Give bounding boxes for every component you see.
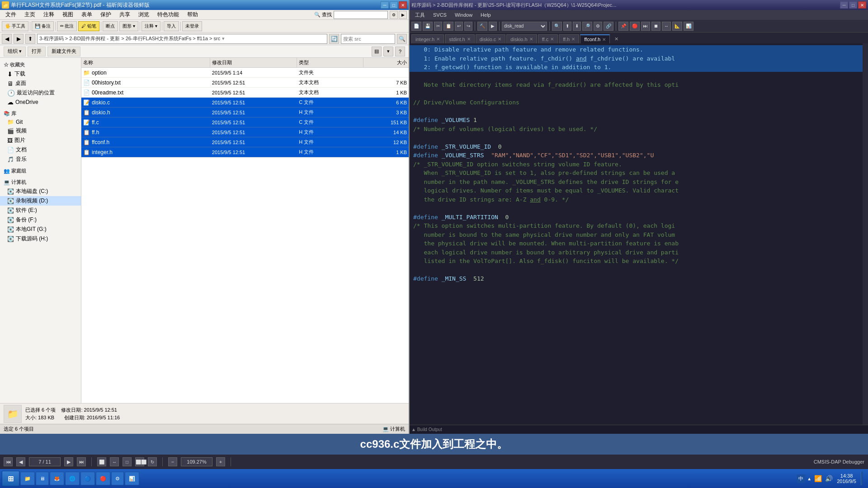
- sidebar-item-desktop[interactable]: 🖥 桌面: [0, 79, 81, 88]
- nav-button[interactable]: ▶: [399, 11, 407, 19]
- tab-close-ff-h[interactable]: ✕: [571, 37, 575, 42]
- view-toggle2-button[interactable]: ▾: [383, 47, 393, 56]
- pdf-fit-page-btn[interactable]: ⬜: [97, 457, 106, 466]
- new-folder-button[interactable]: 新建文件夹: [47, 47, 80, 56]
- sidebar-item-git[interactable]: 📁Git: [0, 118, 81, 126]
- editor-tb-btn13[interactable]: 🔗: [604, 22, 613, 31]
- editor-menu-window[interactable]: Window: [451, 11, 476, 19]
- sidebar-item-e[interactable]: 💽软件 (E:): [0, 206, 81, 215]
- taskbar-item-firefox[interactable]: 🦊: [50, 472, 64, 485]
- sidebar-item-c[interactable]: 💽本地磁盘 (C:): [0, 187, 81, 196]
- notelog-btn[interactable]: 导入: [164, 21, 179, 31]
- pdf-page-input[interactable]: [29, 457, 61, 466]
- sidebar-item-video[interactable]: 🎬视频: [0, 126, 81, 136]
- editor-tb-btn12[interactable]: ⚙: [594, 22, 602, 31]
- tab-close-ffconf-h[interactable]: ✕: [602, 37, 606, 42]
- editor-tb-btn4[interactable]: 📋: [443, 22, 453, 31]
- hand-tool-btn[interactable]: 🖐 手工具: [2, 21, 28, 31]
- taskbar-item-chrome[interactable]: 🌐: [65, 472, 80, 485]
- tray-keyboard-layout[interactable]: 中: [797, 474, 805, 483]
- taskbar-item-6[interactable]: ⚙: [111, 472, 124, 485]
- sidebar-item-onedrive[interactable]: ☁ OneDrive: [0, 98, 81, 107]
- close-button[interactable]: ✕: [399, 1, 407, 9]
- col-header-type[interactable]: 类型: [297, 58, 363, 67]
- code-area[interactable]: 0: Disable relative path feature and rem…: [410, 43, 868, 425]
- pdf-two-page-btn[interactable]: ⬜⬜: [135, 457, 144, 466]
- editor-tb-btn9[interactable]: ⬆: [563, 22, 571, 31]
- taskbar-item-7[interactable]: 📊: [125, 472, 139, 485]
- taskbar-item-5[interactable]: 🔴: [96, 472, 110, 485]
- vertical-scrollbar[interactable]: [863, 43, 868, 425]
- pdf-zoom-out-btn[interactable]: −: [168, 457, 177, 466]
- login-btn[interactable]: 未登录: [182, 21, 202, 31]
- shape-btn[interactable]: 图形 ▾: [119, 21, 138, 31]
- file-row[interactable]: 📄 00readme.txt 2015/9/5 12:51 文本文档 1 KB: [81, 88, 409, 98]
- col-header-size[interactable]: 大小: [363, 58, 409, 67]
- file-row[interactable]: 📁 option 2015/9/5 1:14 文件夹: [81, 68, 409, 78]
- editor-close-btn[interactable]: ✕: [858, 1, 866, 9]
- editor-menu-help[interactable]: Help: [477, 11, 495, 19]
- minimize-button[interactable]: ─: [381, 1, 389, 9]
- tab-diskio-c[interactable]: diskio.c✕: [476, 34, 506, 43]
- sidebar-item-music[interactable]: 🎵音乐: [0, 155, 81, 164]
- file-row-diskio-h[interactable]: 📋 diskio.h 2015/9/5 12:51 H 文件 3 KB: [81, 108, 409, 117]
- help-button[interactable]: ?: [395, 47, 405, 56]
- tray-network-icon[interactable]: 📶: [813, 474, 822, 483]
- pdf-menu-main[interactable]: 主页: [21, 10, 39, 19]
- editor-minimize-btn[interactable]: ─: [840, 1, 848, 9]
- pdf-menu-view[interactable]: 视图: [59, 10, 77, 19]
- tab-stdint-h[interactable]: stdint.h✕: [445, 34, 474, 43]
- tab-integer-h[interactable]: integer.h✕: [411, 34, 444, 43]
- file-row-ffconf-h[interactable]: 📋 ffconf.h 2015/9/5 12:51 H 文件 12 KB: [81, 137, 409, 147]
- taskbar-item-cmd[interactable]: 🖥: [36, 472, 49, 485]
- sidebar-item-h[interactable]: 💽下载源码 (H:): [0, 234, 81, 244]
- editor-tb-btn3[interactable]: ✂: [434, 22, 442, 31]
- up-button[interactable]: ⬆: [25, 34, 35, 44]
- tab-close-stdint-h[interactable]: ✕: [467, 37, 471, 42]
- editor-menu-tools[interactable]: 工具: [411, 11, 429, 19]
- editor-tb-btn20[interactable]: 📊: [684, 22, 693, 31]
- pdf-menu-table[interactable]: 表单: [78, 10, 96, 19]
- col-header-name[interactable]: 名称: [81, 58, 210, 67]
- file-row-integer-h[interactable]: 📋 integer.h 2015/9/5 12:51 H 文件 1 KB: [81, 147, 409, 157]
- editor-tb-btn16[interactable]: ⏭: [641, 22, 650, 31]
- pdf-rotate-btn[interactable]: ↻: [148, 457, 157, 466]
- pdf-single-page-btn[interactable]: □: [123, 457, 132, 466]
- pdf-menu-share[interactable]: 共享: [116, 10, 134, 19]
- file-row[interactable]: 📄 00history.txt 2015/9/5 12:51 文本文档 7 KB: [81, 78, 409, 88]
- tray-expand-btn[interactable]: ▲: [807, 476, 811, 481]
- editor-tb-btn2[interactable]: 💾: [423, 22, 433, 31]
- tab-close-ff-c[interactable]: ✕: [550, 37, 554, 42]
- editor-tb-btn10[interactable]: ⬇: [573, 22, 581, 31]
- maximize-button[interactable]: □: [390, 1, 398, 9]
- tray-show-desktop[interactable]: [861, 472, 863, 485]
- editor-tb-btn19[interactable]: 📐: [672, 22, 682, 31]
- file-row-ff-h[interactable]: 📋 ff.h 2015/9/5 12:51 H 文件 14 KB: [81, 127, 409, 137]
- editor-tb-btn7[interactable]: 🔨: [477, 22, 487, 31]
- tab-ff-c[interactable]: ff.c✕: [538, 34, 558, 43]
- forward-button[interactable]: ▶: [14, 34, 24, 44]
- editor-tb-btn6[interactable]: ↪: [464, 22, 472, 31]
- taskbar-item-explorer[interactable]: 📁: [20, 472, 35, 485]
- editor-tb-btn1[interactable]: 📄: [411, 22, 421, 31]
- editor-tb-btn5[interactable]: ↩: [455, 22, 463, 31]
- sidebar-item-documents[interactable]: 📄文档: [0, 145, 81, 155]
- tab-ffconf-h-active[interactable]: ffconf.h✕: [580, 34, 610, 43]
- pdf-menu-special[interactable]: 特色功能: [154, 10, 183, 19]
- editor-tb-btn18[interactable]: ↔: [662, 22, 671, 31]
- sidebar-item-recent[interactable]: 🕐 最近访问的位置: [0, 88, 81, 98]
- refresh-button[interactable]: 🔄: [329, 34, 339, 44]
- settings-button[interactable]: ⚙: [390, 11, 398, 19]
- pdf-menu-help[interactable]: 帮助: [184, 10, 202, 19]
- tab-ff-h[interactable]: ff.h✕: [559, 34, 579, 43]
- pdf-fit-width-btn[interactable]: ↔: [110, 457, 119, 466]
- col-header-date[interactable]: 修改日期: [210, 58, 297, 67]
- editor-menu-svcs[interactable]: SVCS: [429, 11, 450, 19]
- sidebar-item-d[interactable]: 💽录制视频 (D:): [0, 196, 81, 206]
- pdf-zoom-in-btn[interactable]: +: [216, 457, 225, 466]
- pdf-zoom-input[interactable]: [181, 457, 212, 466]
- pdf-prev-page-btn[interactable]: ◀: [16, 457, 25, 466]
- organize-button[interactable]: 组织 ▾: [4, 47, 26, 56]
- pdf-search-input[interactable]: [334, 11, 388, 19]
- view-toggle-button[interactable]: ▤: [372, 47, 382, 56]
